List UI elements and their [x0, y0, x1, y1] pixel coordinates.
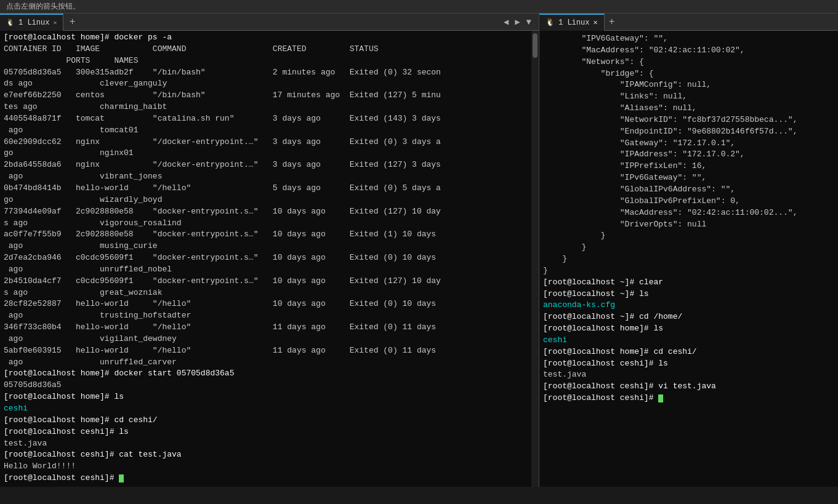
terminal-line: [root@localhost home]# ls [4, 391, 528, 403]
left-scrollbar[interactable] [531, 31, 539, 487]
linux-icon-left: 🐧 [6, 18, 15, 26]
terminal-line: "EndpointID": "9e68802b146f6f57d...", [543, 126, 834, 138]
terminal-line: 4405548a871f tomcat "catalina.sh run" 3 … [4, 113, 528, 125]
terminal-line: [root@localhost ceshi]# vi test.java [543, 381, 834, 393]
right-terminal-wrapper: "IPV6Gateway": "", "MacAddress": "02:42:… [539, 31, 838, 487]
terminal-line: 5abf0e603915 hello-world "/hello" 11 day… [4, 345, 528, 357]
terminal-line: [root@localhost ceshi]# cat test.java [4, 449, 528, 461]
terminal-line: e7eef66b2250 centos "/bin/bash" 17 minut… [4, 90, 528, 102]
right-tab-label: 1 Linux [558, 18, 589, 27]
terminal-line: 60e2909dcc62 nginx "/docker-entrypoint.…… [4, 137, 528, 148]
terminal-line: [root@localhost ceshi]# [4, 473, 528, 484]
terminal-line: tes ago charming_haibt [4, 102, 528, 113]
terminal-line: 28cf82e52887 hello-world "/hello" 10 day… [4, 298, 528, 310]
tab-nav-next[interactable]: ▶ [512, 17, 522, 27]
terminal-line: [root@localhost ~]# clear [543, 277, 834, 289]
terminal-line: test.java [4, 438, 528, 450]
terminal-line: "Aliases": null, [543, 103, 834, 114]
top-bar: 点击左侧的箭头按钮。 [0, 0, 838, 14]
terminal-line: "IPV6Gateway": "", [543, 33, 834, 45]
terminal-line: [root@localhost ~]# cd /home/ [543, 311, 834, 323]
terminal-right: 🐧 1 Linux ✕ + "IPV6Gateway": "", "MacAdd… [539, 14, 838, 487]
left-tab-close[interactable]: ✕ [53, 19, 57, 26]
terminal-line: [root@localhost ceshi]# ls [543, 358, 834, 370]
main-content: 🐧 1 Linux ✕ + ◀ ▶ ▼ [root@localhost home… [0, 14, 838, 487]
terminal-line: CONTAINER ID IMAGE COMMAND CREATED STATU… [4, 44, 528, 55]
tab-nav: ◀ ▶ ▼ [501, 17, 539, 27]
terminal-line: ceshi [543, 335, 834, 346]
right-terminal-content[interactable]: "IPV6Gateway": "", "MacAddress": "02:42:… [539, 31, 838, 487]
terminal-line: go nginx01 [4, 148, 528, 159]
terminal-line: ago vibrant_jones [4, 171, 528, 183]
terminal-line: "Links": null, [543, 91, 834, 103]
terminal-line: "Gateway": "172.17.0.1", [543, 138, 834, 150]
terminal-line: "bridge": { [543, 68, 834, 80]
terminal-line: s ago vigorous_rosalind [4, 218, 528, 230]
terminal-line: 05705d8d36a5 [4, 380, 528, 391]
terminal-line: } [543, 230, 834, 242]
terminal-line: "NetworkID": "fc8bf37d27558bbeca...", [543, 114, 834, 126]
right-tab-add[interactable]: + [605, 14, 619, 31]
terminal-line: "MacAddress": "02:42:ac:11:00:02", [543, 45, 834, 57]
terminal-line: ago musing_curie [4, 241, 528, 252]
left-tab-label: 1 Linux [18, 18, 49, 27]
left-terminal-content[interactable]: [root@localhost home]# docker ps -aCONTA… [0, 31, 531, 487]
terminal-left: 🐧 1 Linux ✕ + ◀ ▶ ▼ [root@localhost home… [0, 14, 539, 487]
terminal-line: s ago great_wozniak [4, 287, 528, 299]
terminal-line: "GlobalIPv6PrefixLen": 0, [543, 196, 834, 207]
terminal-line: anaconda-ks.cfg [543, 300, 834, 311]
linux-icon-right: 🐧 [546, 18, 555, 27]
terminal-line: [root@localhost home]# docker ps -a [4, 32, 528, 44]
terminal-line: [root@localhost home]# ls [543, 323, 834, 335]
terminal-line: test.java [543, 369, 834, 381]
terminal-line: [root@localhost home]# docker start 0570… [4, 368, 528, 380]
terminal-line: } [543, 254, 834, 265]
terminal-line: "Networks": { [543, 57, 834, 68]
terminal-line: 05705d8d36a5 300e315adb2f "/bin/bash" 2 … [4, 67, 528, 79]
terminal-line: Hello World!!!! [4, 461, 528, 473]
terminal-line: ago unruffled_carver [4, 357, 528, 369]
left-tab-add[interactable]: + [65, 14, 79, 31]
left-tab-1-linux[interactable]: 🐧 1 Linux ✕ [0, 14, 63, 31]
terminal-line: "IPAMConfig": null, [543, 79, 834, 91]
top-bar-text: 点击左侧的箭头按钮。 [6, 1, 80, 12]
terminal-line: ac0f7e7f55b9 2c9028880e58 "docker-entryp… [4, 229, 528, 241]
terminal-line: ago tomcat01 [4, 125, 528, 137]
terminal-line: [root@localhost ceshi]# ls [4, 426, 528, 438]
terminal-line: ceshi [4, 403, 528, 415]
terminal-line: 346f733c80b4 hello-world "/hello" 11 day… [4, 322, 528, 334]
terminal-line: "IPPrefixLen": 16, [543, 161, 834, 172]
terminal-line: 77394d4e09af 2c9028880e58 "docker-entryp… [4, 206, 528, 218]
terminal-line: "MacAddress": "02:42:ac:11:00:02...", [543, 207, 834, 219]
terminal-line: [root@localhost ceshi]# [543, 393, 834, 404]
terminal-line: PORTS NAMES [4, 55, 528, 67]
terminal-line: ago trusting_hofstadter [4, 310, 528, 322]
terminal-line: [root@localhost home]# cd ceshi/ [4, 415, 528, 426]
terminal-line: [root@localhost ~]# ls [543, 289, 834, 300]
terminal-line: 0b474bd8414b hello-world "/hello" 5 days… [4, 183, 528, 194]
terminal-line: 2d7ea2cba946 c0cdc95609f1 "docker-entryp… [4, 252, 528, 264]
terminal-line: 2b4510da4cf7 c0cdc95609f1 "docker-entryp… [4, 276, 528, 287]
tab-nav-prev[interactable]: ◀ [501, 17, 511, 27]
left-scrollbar-thumb[interactable] [533, 33, 538, 58]
terminal-line: ago unruffled_nobel [4, 264, 528, 276]
terminal-line: ds ago clever_ganguly [4, 78, 528, 90]
terminal-line: go wizardly_boyd [4, 194, 528, 206]
terminal-line: [root@localhost home]# cd ceshi/ [543, 346, 834, 358]
left-terminal-wrapper: [root@localhost home]# docker ps -aCONTA… [0, 31, 539, 487]
terminal-line: "GlobalIPv6Address": "", [543, 184, 834, 196]
terminal-line: } [543, 242, 834, 254]
terminal-line: } [543, 265, 834, 277]
tab-nav-menu[interactable]: ▼ [524, 17, 534, 27]
terminal-line: ago vigilant_dewdney [4, 334, 528, 345]
right-tab-bar: 🐧 1 Linux ✕ + [539, 14, 838, 31]
terminal-line: "IPAddress": "172.17.0.2", [543, 149, 834, 161]
right-tab-1-linux[interactable]: 🐧 1 Linux ✕ [539, 14, 605, 31]
terminal-line: "IPv6Gateway": "", [543, 172, 834, 184]
terminal-line: "DriverOpts": null [543, 219, 834, 231]
right-tab-close[interactable]: ✕ [593, 18, 597, 27]
left-tab-bar: 🐧 1 Linux ✕ + ◀ ▶ ▼ [0, 14, 539, 31]
terminal-line: 2bda64558da6 nginx "/docker-entrypoint.…… [4, 159, 528, 171]
